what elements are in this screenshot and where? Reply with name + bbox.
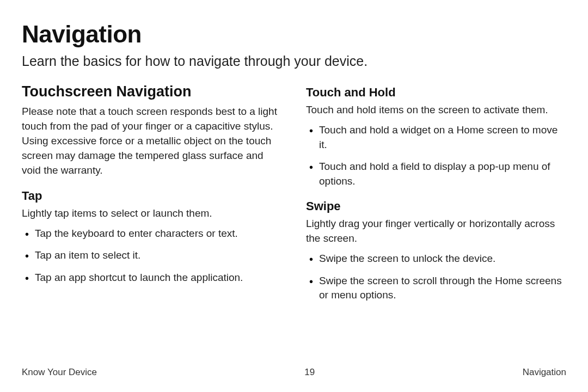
tap-bullet: Tap an app shortcut to launch the applic… [22,271,282,285]
page-title: Navigation [22,21,566,48]
swipe-intro: Lightly drag your finger vertically or h… [306,217,566,246]
swipe-bullets: Swipe the screen to unlock the device. S… [306,252,566,303]
touch-hold-bullet: Touch and hold a field to display a pop-… [306,160,566,188]
right-column: Touch and Hold Touch and hold items on t… [306,83,566,310]
left-column: Touchscreen Navigation Please note that … [22,83,282,310]
swipe-heading: Swipe [306,199,566,213]
touch-hold-intro: Touch and hold items on the screen to ac… [306,103,566,118]
tap-bullets: Tap the keyboard to enter characters or … [22,226,282,285]
touch-hold-bullet: Touch and hold a widget on a Home screen… [306,123,566,152]
page-footer: Know Your Device 19 Navigation [22,367,566,378]
tap-bullet: Tap an item to select it. [22,248,282,263]
footer-topic: Navigation [523,367,566,378]
touchscreen-nav-heading: Touchscreen Navigation [22,83,282,100]
page-intro: Learn the basics for how to navigate thr… [22,53,566,69]
footer-page-number: 19 [304,367,315,378]
swipe-bullet: Swipe the screen to unlock the device. [306,252,566,266]
tap-heading: Tap [22,189,282,203]
touch-hold-heading: Touch and Hold [306,85,566,100]
touchscreen-nav-paragraph: Please note that a touch screen responds… [22,105,282,178]
tap-bullet: Tap the keyboard to enter characters or … [22,226,282,241]
content-columns: Touchscreen Navigation Please note that … [22,83,566,310]
swipe-bullet: Swipe the screen to scroll through the H… [306,274,566,303]
tap-intro: Lightly tap items to select or launch th… [22,206,282,221]
footer-section: Know Your Device [22,367,97,378]
touch-hold-bullets: Touch and hold a widget on a Home screen… [306,123,566,188]
